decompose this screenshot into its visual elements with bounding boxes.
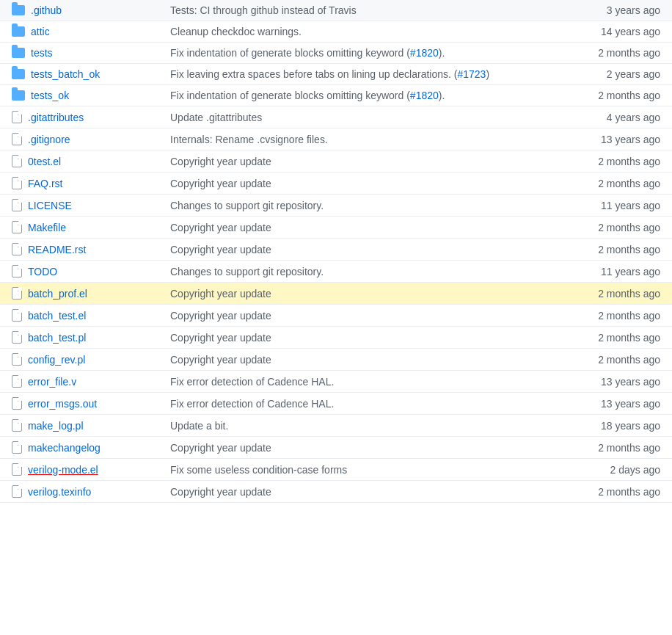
table-row: .gitattributesUpdate .gitattributes4 yea… [0,106,672,128]
table-row: FAQ.rstCopyright year update2 months ago [0,173,672,195]
file-name-cell: Makefile [0,217,161,239]
file-link[interactable]: batch_prof.el [28,288,87,300]
file-name-container: attic [12,26,153,37]
file-link[interactable]: tests [31,47,53,59]
commit-time-cell: 2 days ago [577,459,672,481]
folder-icon [12,48,25,58]
file-icon [12,485,22,498]
file-icon [12,397,22,410]
commit-time-cell: 13 years ago [577,393,672,415]
file-link[interactable]: batch_test.pl [28,332,86,344]
file-link[interactable]: 0test.el [28,156,61,167]
commit-time-cell: 18 years ago [577,415,672,437]
file-link[interactable]: .github [31,4,62,16]
file-name-container: makechangelog [12,441,153,454]
file-name-cell: .github [0,0,161,21]
file-link[interactable]: tests_batch_ok [31,68,100,80]
commit-time-cell: 11 years ago [577,261,672,283]
commit-text: Fix indentation of generate blocks omitt… [170,90,410,101]
commit-text: Fix leaving extra spaces before tabs on … [170,68,457,80]
file-link[interactable]: tests_ok [31,90,69,101]
commit-link[interactable]: #1820 [410,90,439,101]
table-row: .gitignoreInternals: Rename .cvsignore f… [0,128,672,150]
commit-suffix: ). [439,47,445,59]
file-link[interactable]: .gitattributes [28,112,84,123]
file-icon [12,199,22,211]
file-link[interactable]: .gitignore [28,134,70,145]
file-icon [12,133,22,145]
commit-message-cell: Fix error detection of Cadence HAL. [161,393,577,415]
file-link[interactable]: config_rev.pl [28,354,85,366]
file-name-cell: tests_batch_ok [0,64,161,85]
file-icon [12,221,22,233]
file-name-container: 0test.el [12,155,153,167]
file-name-cell: error_msgs.out [0,393,161,415]
file-name-cell: README.rst [0,239,161,261]
file-icon [12,419,22,432]
table-row: verilog.texinfoCopyright year update2 mo… [0,481,672,503]
file-name-cell: batch_prof.el [0,283,161,305]
file-icon [12,243,22,255]
commit-time-cell: 2 months ago [577,239,672,261]
file-link[interactable]: LICENSE [28,200,72,211]
file-name-cell: attic [0,21,161,43]
file-icon [12,287,22,300]
file-link[interactable]: Makefile [28,222,66,233]
table-row: makechangelogCopyright year update2 mont… [0,437,672,459]
file-name-cell: LICENSE [0,195,161,217]
file-link[interactable]: batch_test.el [28,310,86,322]
file-name-cell: .gitattributes [0,106,161,128]
commit-message-cell: Fix indentation of generate blocks omitt… [161,85,577,106]
file-name-container: verilog.texinfo [12,485,153,498]
file-icon [12,463,22,476]
file-name-container: batch_test.el [12,309,153,322]
file-link[interactable]: verilog.texinfo [28,486,91,498]
file-link[interactable]: make_log.pl [28,420,84,432]
file-link[interactable]: makechangelog [28,442,101,454]
file-link[interactable]: error_msgs.out [28,398,97,410]
commit-time-cell: 13 years ago [577,371,672,393]
commit-message-cell: Update .gitattributes [161,106,577,128]
table-row: batch_prof.elCopyright year update2 mont… [0,283,672,305]
table-row: .githubTests: CI through github instead … [0,0,672,21]
file-link[interactable]: TODO [28,266,57,277]
file-link[interactable]: attic [31,26,50,37]
file-name-container: .github [12,4,153,16]
file-name-container: config_rev.pl [12,353,153,366]
table-row: 0test.elCopyright year update2 months ag… [0,150,672,173]
file-name-container: TODO [12,265,153,277]
commit-time-cell: 2 months ago [577,283,672,305]
file-link[interactable]: README.rst [28,244,86,255]
commit-message-cell: Fix error detection of Cadence HAL. [161,371,577,393]
table-row: verilog-mode.elFix some useless conditio… [0,459,672,481]
table-row: README.rstCopyright year update2 months … [0,239,672,261]
commit-link[interactable]: #1820 [410,47,439,59]
file-name-cell: batch_test.el [0,305,161,327]
file-name-container: Makefile [12,221,153,233]
commit-time-cell: 2 months ago [577,437,672,459]
file-name-cell: 0test.el [0,150,161,173]
file-link[interactable]: error_file.v [28,376,76,388]
file-name-cell: error_file.v [0,371,161,393]
commit-time-cell: 2 months ago [577,173,672,195]
table-row: atticCleanup checkdoc warnings.14 years … [0,21,672,43]
file-link[interactable]: FAQ.rst [28,178,62,189]
commit-message-cell: Tests: CI through github instead of Trav… [161,0,577,21]
file-name-container: LICENSE [12,199,153,211]
file-name-container: .gitattributes [12,111,153,123]
commit-link[interactable]: #1723 [457,68,486,80]
commit-time-cell: 2 months ago [577,305,672,327]
file-name-cell: tests_ok [0,85,161,106]
commit-message-cell: Copyright year update [161,239,577,261]
commit-time-cell: 13 years ago [577,128,672,150]
file-name-container: error_file.v [12,375,153,388]
file-name-container: error_msgs.out [12,397,153,410]
commit-message-cell: Cleanup checkdoc warnings. [161,21,577,43]
file-name-cell: makechangelog [0,437,161,459]
file-name-container: FAQ.rst [12,177,153,189]
file-name-cell: verilog-mode.el [0,459,161,481]
file-name-cell: batch_test.pl [0,327,161,349]
commit-message-cell: Copyright year update [161,217,577,239]
table-row: testsFix indentation of generate blocks … [0,43,672,64]
file-link[interactable]: verilog-mode.el [28,464,98,476]
